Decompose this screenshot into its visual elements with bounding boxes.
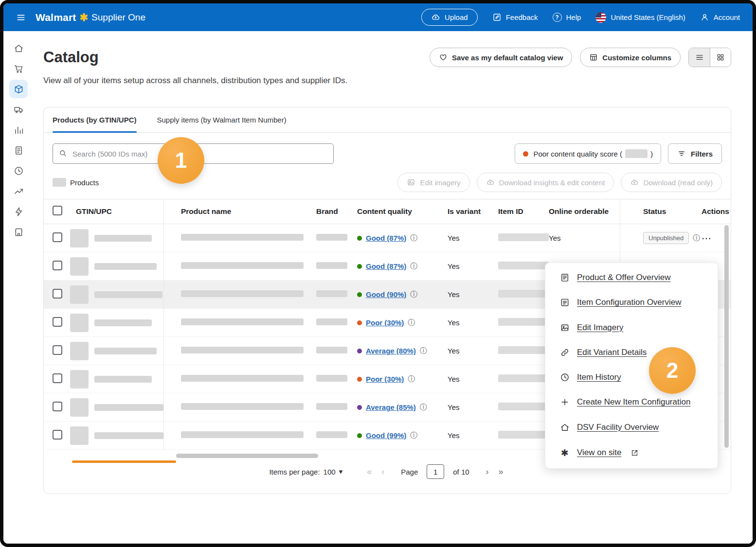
sidebar-item-performance[interactable] bbox=[9, 202, 28, 221]
bulk-actions: Edit imagery Download insights & edit co… bbox=[397, 173, 722, 192]
redacted-item-id bbox=[498, 346, 549, 354]
info-icon[interactable]: ⓘ bbox=[408, 374, 415, 384]
feedback-button[interactable]: Feedback bbox=[492, 13, 538, 22]
redacted-product-name bbox=[181, 262, 304, 269]
items-per-page-label: Items per page: bbox=[269, 468, 320, 476]
column-header-status: Status bbox=[620, 207, 688, 216]
menu-item-view-on-site[interactable]: ✱ View on site bbox=[560, 447, 703, 459]
items-per-page-value: 100 bbox=[324, 468, 336, 476]
sidebar-item-home[interactable] bbox=[9, 39, 28, 57]
save-default-view-button[interactable]: Save as my default catalog view bbox=[430, 48, 572, 67]
content-quality-link[interactable]: Good (87%) bbox=[366, 262, 406, 270]
config-list-icon bbox=[560, 298, 570, 307]
info-icon[interactable]: ⓘ bbox=[410, 262, 417, 271]
content-quality-link[interactable]: Good (99%) bbox=[366, 431, 406, 440]
row-checkbox[interactable] bbox=[53, 289, 62, 299]
cloud-download-icon bbox=[630, 178, 639, 187]
poor-quality-score-filter[interactable]: Poor content quality score ( ) bbox=[515, 143, 661, 164]
sidebar-item-store[interactable] bbox=[9, 223, 28, 241]
sidebar-item-insights[interactable] bbox=[9, 121, 28, 139]
sidebar-item-growth[interactable] bbox=[9, 182, 28, 200]
redacted-count bbox=[625, 149, 648, 158]
sidebar-item-history[interactable] bbox=[9, 161, 28, 180]
gtin-cell bbox=[68, 257, 163, 276]
row-checkbox[interactable] bbox=[53, 345, 62, 355]
sidebar-item-supply-chain[interactable] bbox=[9, 100, 28, 119]
help-button[interactable]: ? Help bbox=[553, 13, 581, 22]
redacted-product-name bbox=[181, 347, 304, 353]
download-insights-button[interactable]: Download insights & edit content bbox=[477, 173, 614, 192]
feedback-label: Feedback bbox=[506, 13, 538, 21]
gtin-cell bbox=[68, 426, 163, 445]
items-per-page-control[interactable]: Items per page: 100 ▾ bbox=[269, 467, 342, 476]
product-thumbnail bbox=[70, 257, 89, 276]
info-icon[interactable]: ⓘ bbox=[420, 346, 427, 355]
row-actions-button[interactable]: ⋯ bbox=[702, 233, 711, 244]
topbar-actions: Upload Feedback ? Help United States (En… bbox=[421, 9, 740, 26]
horizontal-scrollbar[interactable] bbox=[176, 454, 318, 458]
truck-icon bbox=[14, 105, 24, 115]
is-variant-value: Yes bbox=[442, 403, 488, 411]
select-all-checkbox[interactable] bbox=[53, 206, 62, 215]
filter-icon bbox=[677, 149, 686, 158]
row-checkbox[interactable] bbox=[53, 261, 62, 270]
page-header-actions: Save as my default catalog view Customiz… bbox=[430, 48, 731, 67]
info-icon[interactable]: ⓘ bbox=[408, 318, 415, 327]
row-checkbox[interactable] bbox=[53, 232, 62, 242]
menu-item-product-offer-overview[interactable]: Product & Offer Overview bbox=[560, 273, 703, 282]
menu-item-edit-imagery[interactable]: Edit Imagery bbox=[560, 323, 703, 333]
sidebar-item-documents[interactable] bbox=[9, 141, 28, 159]
download-readonly-button[interactable]: Download (read only) bbox=[621, 173, 722, 192]
page-number-input[interactable] bbox=[427, 464, 444, 479]
grid-view-button[interactable] bbox=[710, 48, 731, 67]
upload-button[interactable]: Upload bbox=[421, 9, 478, 26]
info-icon[interactable]: ⓘ bbox=[410, 431, 417, 440]
row-checkbox[interactable] bbox=[53, 317, 62, 327]
quality-dot-icon bbox=[357, 405, 362, 410]
vertical-scrollbar[interactable] bbox=[724, 225, 729, 448]
save-default-view-label: Save as my default catalog view bbox=[452, 53, 563, 62]
redacted-item-id bbox=[498, 290, 549, 298]
menu-item-create-new-item-configuration[interactable]: Create New Item Configuration bbox=[560, 397, 703, 407]
next-page-button[interactable]: › bbox=[484, 467, 491, 477]
tab-supply-items[interactable]: Supply items (by Walmart Item Number) bbox=[157, 107, 287, 132]
customize-columns-button[interactable]: Customize columns bbox=[580, 48, 681, 67]
redacted-product-name bbox=[181, 290, 304, 297]
content-quality-link[interactable]: Poor (30%) bbox=[366, 318, 404, 327]
previous-page-button[interactable]: ‹ bbox=[379, 467, 386, 477]
store-icon bbox=[14, 227, 24, 237]
content-quality-link[interactable]: Average (85%) bbox=[366, 403, 416, 411]
hamburger-menu-icon[interactable] bbox=[16, 13, 26, 22]
product-thumbnail bbox=[70, 342, 89, 360]
account-label: Account bbox=[714, 13, 740, 21]
gtin-cell bbox=[68, 285, 163, 304]
account-button[interactable]: Account bbox=[700, 13, 740, 22]
info-icon[interactable]: ⓘ bbox=[410, 233, 417, 243]
content-quality-link[interactable]: Poor (30%) bbox=[366, 375, 404, 383]
top-navigation-bar: Walmart ✱ Supplier One Upload Feedback ?… bbox=[3, 3, 753, 31]
product-thumbnail bbox=[70, 426, 89, 445]
sidebar-item-catalog[interactable] bbox=[9, 80, 28, 98]
row-checkbox[interactable] bbox=[53, 373, 62, 383]
content-quality-link[interactable]: Good (87%) bbox=[366, 234, 406, 242]
info-icon[interactable]: ⓘ bbox=[420, 403, 427, 412]
tab-products-by-gtin[interactable]: Products (by GTIN/UPC) bbox=[53, 107, 137, 132]
locale-selector[interactable]: United States (English) bbox=[595, 12, 685, 23]
walmart-spark-icon: ✱ bbox=[79, 12, 88, 23]
menu-item-item-configuration-overview[interactable]: Item Configuration Overview bbox=[560, 298, 703, 307]
menu-item-dsv-facility-overview[interactable]: DSV Facility Overview bbox=[560, 423, 703, 432]
row-checkbox[interactable] bbox=[53, 430, 62, 440]
filters-button[interactable]: Filters bbox=[668, 143, 722, 164]
last-page-button[interactable]: » bbox=[497, 467, 505, 477]
first-page-button[interactable]: « bbox=[365, 467, 374, 477]
list-view-button[interactable] bbox=[689, 48, 710, 67]
gtin-cell bbox=[68, 314, 163, 332]
row-checkbox[interactable] bbox=[53, 402, 62, 411]
content-quality-link[interactable]: Good (90%) bbox=[366, 290, 406, 299]
walmart-supplier-one-logo[interactable]: Walmart ✱ Supplier One bbox=[36, 12, 145, 23]
sidebar-item-orders[interactable] bbox=[9, 59, 28, 78]
edit-imagery-button[interactable]: Edit imagery bbox=[397, 173, 469, 192]
info-icon[interactable]: ⓘ bbox=[410, 290, 417, 299]
content-quality-link[interactable]: Average (80%) bbox=[366, 347, 416, 355]
walmart-spark-icon: ✱ bbox=[560, 447, 570, 459]
